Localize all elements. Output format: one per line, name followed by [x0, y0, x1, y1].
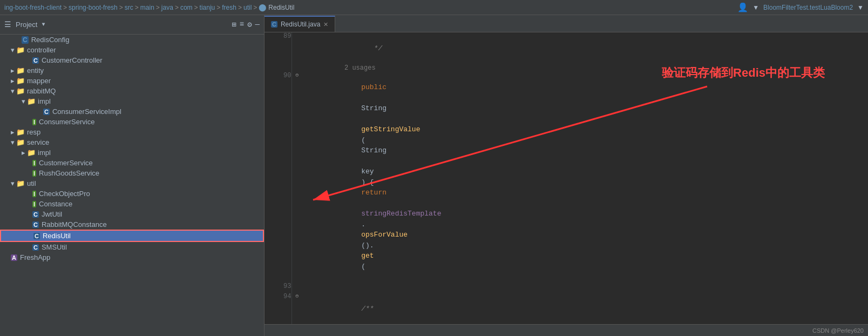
tree-item-consumerservice[interactable]: I ConsumerService: [0, 117, 264, 127]
breadcrumb-sep: >: [63, 4, 67, 11]
tree-item-service[interactable]: ▾ 📁 service: [0, 137, 264, 147]
tree-item-impl-rabbitmq[interactable]: ▾ 📁 impl: [0, 96, 264, 106]
tree-label: impl: [38, 97, 51, 105]
tree-item-consumerserviceimpl[interactable]: C ConsumerServiceImpl: [0, 106, 264, 117]
breadcrumb-sep: >: [156, 4, 160, 11]
tree-item-controller[interactable]: ▾ 📁 controller: [0, 45, 264, 55]
tree-label: resp: [27, 128, 40, 136]
type-text: String: [361, 104, 386, 112]
folder-icon: 📁: [16, 46, 25, 54]
method-name: opsForValue: [361, 231, 408, 239]
code-row-94: 94 ⊖ /**: [265, 293, 868, 324]
line-number: 90: [265, 72, 291, 283]
code-row-89: 89 */: [265, 32, 868, 64]
tree-label: entity: [27, 66, 44, 75]
code-line-content: */: [302, 32, 868, 64]
method-name: get: [361, 252, 374, 260]
gutter: [291, 32, 302, 64]
tree-label: mapper: [27, 77, 51, 85]
java-i-icon: I: [32, 170, 36, 177]
sidebar-content[interactable]: C RedisConfig ▾ 📁 controller C CustomerC…: [0, 35, 264, 336]
tab-redisutil[interactable]: C RedisUtil.java ✕: [265, 16, 335, 32]
breadcrumb-item[interactable]: ing-boot-fresh-client: [4, 4, 62, 11]
tree-item-jwtutil[interactable]: C JwtUtil: [0, 209, 264, 219]
breadcrumb-sep: >: [175, 4, 179, 11]
tree-item-mapper[interactable]: ▸ 📁 mapper: [0, 76, 264, 86]
usages-text[interactable]: 2 usages: [302, 64, 868, 72]
gutter: ⊖: [291, 72, 302, 283]
breadcrumb-item[interactable]: util: [243, 4, 252, 11]
tree-item-impl-service[interactable]: ▸ 📁 impl: [0, 147, 264, 158]
tree-item-redisutil[interactable]: C RedisUtil: [0, 230, 264, 242]
tree-label: controller: [27, 46, 56, 54]
tree-item-constance[interactable]: I Constance: [0, 199, 264, 209]
tree-item-util[interactable]: ▾ 📁 util: [0, 178, 264, 189]
breadcrumb-item[interactable]: tianju: [200, 4, 215, 11]
chevron-down-icon: ▾: [22, 97, 25, 105]
sidebar: ☰ Project ▼ ⊞ ≡ ⚙ — C RedisConfig ▾ 📁: [0, 15, 265, 336]
vcs-icon[interactable]: 👤: [737, 2, 748, 12]
sidebar-arrow[interactable]: ▼: [42, 22, 45, 28]
tree-item-rabbitmq[interactable]: ▾ 📁 rabbitMQ: [0, 86, 264, 96]
chevron-down-icon: ▾: [11, 87, 15, 95]
tree-item-resp[interactable]: ▸ 📁 resp: [0, 127, 264, 137]
tree-item-smsutil[interactable]: C SMSUtil: [0, 242, 264, 252]
folder-icon: 📁: [27, 149, 36, 157]
tree-item-rushgoodsservice[interactable]: I RushGoodsService: [0, 168, 264, 178]
tree-label: service: [27, 138, 49, 146]
code-table: 89 */ 2 usages: [265, 32, 868, 324]
java-c-icon: C: [32, 211, 39, 218]
breadcrumb-item[interactable]: src: [125, 4, 133, 11]
fold-icon[interactable]: ⊖: [292, 72, 303, 78]
method-name: getStringValue: [361, 125, 420, 133]
status-bar: CSDN @Perley620: [265, 324, 868, 336]
tree-label: CustomerController: [42, 56, 103, 64]
gutter: [291, 283, 302, 293]
tree-label: ConsumerServiceImpl: [52, 107, 121, 116]
tree-label: RabbitMQConstance: [42, 220, 107, 229]
code-editor: C RedisUtil.java ✕ 验证码存储到Redis中的工具类: [265, 15, 868, 336]
settings-icon[interactable]: ▼: [752, 4, 759, 11]
tree-item-customercontroller[interactable]: C CustomerController: [0, 55, 264, 65]
code-line-content: /**: [302, 293, 868, 324]
run-config[interactable]: BloomFilterTest.testLuaBloom2: [763, 4, 853, 11]
settings-icon[interactable]: ⚙: [247, 20, 252, 29]
locate-icon[interactable]: ≡: [240, 20, 244, 29]
paren: (: [361, 136, 365, 144]
minimize-icon[interactable]: —: [255, 20, 260, 29]
java-i-icon: I: [32, 119, 36, 125]
chevron-down-icon: ▾: [11, 138, 15, 146]
chevron-down-icon: ▾: [11, 179, 15, 187]
tree-item-checkobjectpro[interactable]: I CheckObjectPro: [0, 189, 264, 199]
breadcrumb-item[interactable]: main: [140, 4, 154, 11]
tree-item-entity[interactable]: ▸ 📁 entity: [0, 65, 264, 76]
tree-item-freshapp[interactable]: A FreshApp: [0, 252, 264, 263]
tab-close-button[interactable]: ✕: [323, 21, 328, 28]
breadcrumb-current: RedisUtil: [268, 4, 294, 11]
chevron-right-icon: ▸: [22, 149, 25, 157]
line-number: [265, 64, 291, 72]
folder-icon: 📁: [16, 179, 25, 187]
collapse-all-icon[interactable]: ⊞: [232, 20, 236, 29]
tree-item-rabbitmqconstance[interactable]: C RabbitMQConstance: [0, 219, 264, 230]
tab-label: RedisUtil.java: [281, 21, 320, 28]
usages-line: 2 usages: [302, 64, 868, 72]
breadcrumb-sep: >: [253, 4, 257, 11]
tree-item-customerservice[interactable]: I CustomerService: [0, 158, 264, 168]
breadcrumb-item[interactable]: java: [161, 4, 173, 11]
tree-label: Constance: [39, 200, 72, 208]
breadcrumb-item[interactable]: fresh: [222, 4, 236, 11]
run-config-dropdown[interactable]: ▼: [857, 4, 864, 11]
tree-item-redisconfig[interactable]: C RedisConfig: [0, 35, 264, 45]
top-right-area: 👤 ▼ BloomFilterTest.testLuaBloom2 ▼: [737, 2, 864, 12]
fold-icon[interactable]: ⊖: [292, 293, 303, 299]
folder-icon: 📁: [16, 77, 25, 85]
code-content[interactable]: 验证码存储到Redis中的工具类 89: [265, 32, 868, 324]
chevron-down-icon: ▾: [11, 46, 15, 54]
breadcrumb-item[interactable]: com: [180, 4, 193, 11]
sidebar-expand-icon[interactable]: ☰: [4, 20, 11, 29]
tree-label: rabbitMQ: [27, 87, 56, 95]
breadcrumb-item[interactable]: spring-boot-fresh: [69, 4, 118, 11]
comment-text: /**: [361, 305, 374, 313]
breadcrumb-sep: >: [216, 4, 220, 11]
